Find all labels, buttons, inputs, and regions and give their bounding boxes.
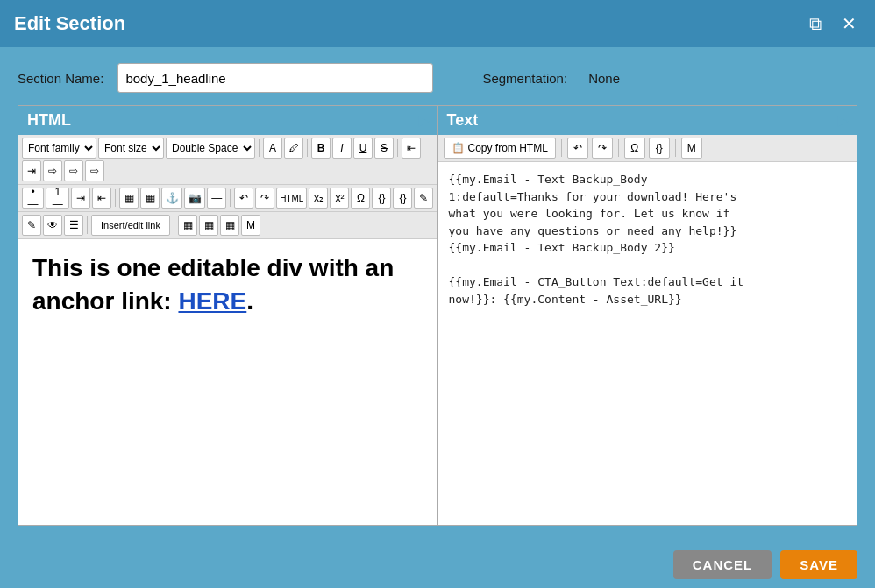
html-panel-title: HTML [27, 111, 71, 130]
text-toolbar: 📋 Copy from HTML ↶ ↷ Ω {} M [438, 135, 857, 162]
html-source-btn[interactable]: HTML [276, 188, 307, 209]
cancel-button[interactable]: CANCEL [673, 550, 772, 579]
highlight-btn[interactable]: 🖊 [284, 138, 303, 159]
section-name-label: Section Name: [18, 71, 103, 86]
anchor-btn[interactable]: ⚓ [161, 188, 182, 209]
toolbar-divider-3 [397, 139, 398, 157]
text-toolbar-divider-1 [561, 139, 562, 157]
outdent-btn[interactable]: ⇤ [92, 188, 111, 209]
marketo-btn[interactable]: M [241, 215, 260, 236]
html-editor-content[interactable]: This is one editable div with an anchor … [18, 239, 438, 525]
edit-section-modal: Edit Section ⧉ ✕ Section Name: Segmentat… [0, 0, 875, 588]
section-name-row: Section Name: Segmentation: None [18, 63, 857, 93]
html-panel-scroll-icon[interactable]: ▶ [418, 112, 429, 129]
section-name-input[interactable] [117, 63, 433, 93]
modal-header: Edit Section ⧉ ✕ [0, 0, 875, 47]
header-icons: ⧉ ✕ [803, 11, 861, 36]
superscript-btn[interactable]: x² [330, 188, 349, 209]
text-panel: Text ▶ 📋 Copy from HTML ↶ ↷ Ω {} [438, 105, 858, 526]
image-btn[interactable]: 📷 [184, 188, 205, 209]
ul-btn[interactable]: •— [22, 188, 44, 209]
more-btn[interactable]: ✎ [414, 188, 433, 209]
save-button[interactable]: SAVE [780, 550, 857, 579]
segmentation-value: None [588, 71, 620, 86]
more-align-btn[interactable]: ⇨ [85, 160, 104, 181]
text-panel-title: Text [447, 111, 479, 130]
text-toolbar-divider-3 [675, 139, 676, 157]
ol-btn[interactable]: 1— [46, 188, 69, 209]
toolbar-divider-4 [115, 189, 116, 207]
redo-btn[interactable]: ↷ [255, 188, 274, 209]
font-family-select[interactable]: Font family [22, 138, 96, 159]
layout-btn[interactable]: ☰ [64, 215, 83, 236]
html-toolbar-row3: ✎ 👁 ☰ Insert/edit link ▦ ▦ ▦ M [18, 212, 438, 239]
table-btn[interactable]: ▦ [119, 188, 139, 209]
editors-row: HTML ▶ Font family Font size Double Spac… [18, 105, 857, 526]
strikethrough-btn[interactable]: S [374, 138, 394, 159]
token-btn[interactable]: {} [372, 188, 391, 209]
underline-btn[interactable]: U [353, 138, 373, 159]
editor-heading: This is one editable div with an anchor … [32, 251, 423, 318]
toolbar-divider-2 [307, 139, 308, 157]
html-toolbar-row1: Font family Font size Double Space A 🖊 B… [18, 135, 438, 185]
text-marketo-btn[interactable]: M [681, 138, 702, 159]
restore-icon[interactable]: ⧉ [803, 11, 828, 36]
align-left-btn[interactable]: ⇤ [402, 138, 421, 159]
preview-btn[interactable]: 👁 [43, 215, 62, 236]
text-toolbar-divider-2 [618, 139, 619, 157]
toolbar-divider-7 [174, 216, 174, 234]
anchor-link[interactable]: HERE [178, 287, 246, 315]
html-panel: HTML ▶ Font family Font size Double Spac… [18, 105, 438, 526]
align-justify-btn[interactable]: ⇨ [64, 160, 83, 181]
copy-from-html-btn[interactable]: 📋 Copy from HTML [444, 138, 556, 159]
modal-body: Section Name: Segmentation: None HTML ▶ … [0, 47, 875, 542]
bold-btn[interactable]: B [311, 138, 331, 159]
font-color-btn[interactable]: A [263, 138, 282, 159]
copy-btn-label: Copy from HTML [468, 142, 548, 154]
modal-title: Edit Section [14, 12, 125, 35]
text-special-btn[interactable]: Ω [624, 138, 645, 159]
align-center-btn[interactable]: ⇥ [22, 160, 41, 181]
table4-btn[interactable]: ▦ [199, 215, 218, 236]
edit-btn[interactable]: ✎ [22, 215, 41, 236]
copy-icon: 📋 [452, 142, 465, 154]
html-toolbar-row2: •— 1— ⇥ ⇤ ▦ ▦ ⚓ 📷 — ↶ ↷ HTML x₂ x² Ω [18, 185, 438, 212]
token2-btn[interactable]: {} [393, 188, 412, 209]
text-panel-scroll-icon[interactable]: ▶ [837, 112, 848, 129]
table5-btn[interactable]: ▦ [220, 215, 239, 236]
text-redo-btn[interactable]: ↷ [592, 138, 613, 159]
text-token-btn[interactable]: {} [649, 138, 670, 159]
toolbar-divider-1 [259, 139, 260, 157]
indent-btn[interactable]: ⇥ [71, 188, 90, 209]
italic-btn[interactable]: I [332, 138, 352, 159]
insert-link-btn[interactable]: Insert/edit link [91, 215, 170, 236]
html-panel-header: HTML ▶ [18, 106, 438, 135]
text-panel-content[interactable]: {{my.Email - Text Backup_Body 1:default=… [438, 162, 857, 525]
align-right-btn[interactable]: ⇨ [43, 160, 62, 181]
hr-btn[interactable]: — [207, 188, 226, 209]
modal-footer: CANCEL SAVE [0, 542, 875, 588]
toolbar-divider-6 [87, 216, 88, 234]
table3-btn[interactable]: ▦ [178, 215, 197, 236]
close-icon[interactable]: ✕ [836, 11, 861, 36]
subscript-btn[interactable]: x₂ [309, 188, 328, 209]
special-char-btn[interactable]: Ω [351, 188, 370, 209]
font-size-select[interactable]: Font size [98, 138, 164, 159]
table2-btn[interactable]: ▦ [140, 188, 160, 209]
line-spacing-select[interactable]: Double Space [166, 138, 255, 159]
toolbar-divider-5 [230, 189, 231, 207]
text-panel-header: Text ▶ [438, 106, 857, 135]
segmentation-label: Segmentation: [482, 71, 567, 86]
text-undo-btn[interactable]: ↶ [567, 138, 588, 159]
undo-btn[interactable]: ↶ [234, 188, 253, 209]
